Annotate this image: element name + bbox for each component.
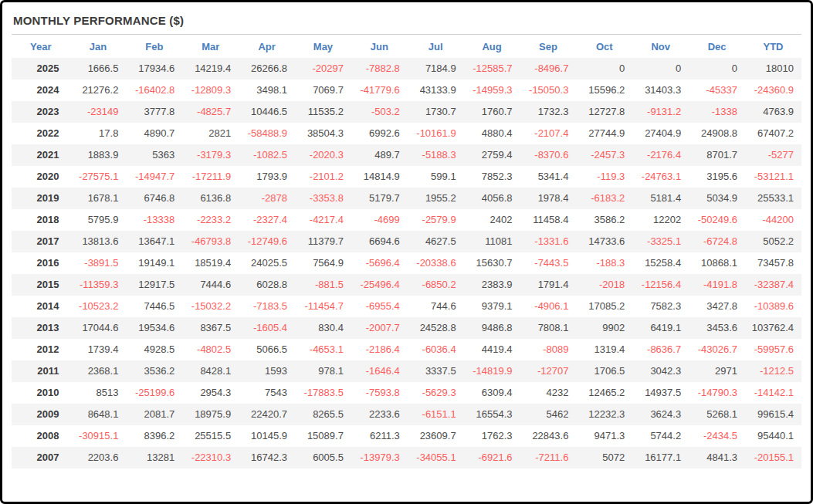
- value-cell: 8513: [70, 382, 127, 404]
- ytd-cell: -1212.5: [745, 360, 801, 382]
- value-cell: -5629.3: [408, 382, 464, 404]
- value-cell: -2327.4: [239, 209, 295, 231]
- value-cell: -12707: [520, 360, 577, 382]
- value-cell: -30915.1: [70, 425, 127, 447]
- value-cell: -14959.3: [464, 79, 520, 101]
- value-cell: -22310.3: [182, 447, 239, 468]
- value-cell: 3498.1: [239, 79, 295, 101]
- column-header-may: May: [295, 35, 351, 58]
- value-cell: -14947.7: [126, 166, 182, 188]
- column-header-mar: Mar: [182, 35, 239, 58]
- column-header-nov: Nov: [632, 35, 689, 58]
- value-cell: -3891.5: [70, 252, 127, 274]
- ytd-cell: 18010: [745, 58, 801, 79]
- value-cell: 7808.1: [520, 317, 577, 339]
- value-cell: -13338: [126, 209, 182, 231]
- value-cell: 2402: [464, 209, 520, 231]
- value-cell: 12727.8: [576, 101, 632, 123]
- value-cell: 2368.1: [70, 360, 127, 382]
- value-cell: -1338: [689, 101, 745, 123]
- year-cell: 2007: [12, 447, 70, 468]
- value-cell: 5179.7: [351, 188, 408, 209]
- year-cell: 2014: [12, 296, 70, 317]
- ytd-cell: -5277: [745, 144, 801, 166]
- ytd-cell: -20155.1: [745, 447, 801, 468]
- table-row: 2008-30915.18396.225515.510145.915089.76…: [12, 425, 801, 447]
- value-cell: 14937.5: [632, 382, 689, 404]
- value-cell: 2759.4: [464, 144, 520, 166]
- value-cell: 8428.1: [182, 360, 239, 382]
- value-cell: 12465.2: [576, 382, 632, 404]
- table-row: 20098648.12081.718975.922420.78265.52233…: [12, 404, 801, 425]
- value-cell: 3337.5: [408, 360, 464, 382]
- value-cell: 17.8: [70, 123, 127, 144]
- value-cell: 3195.6: [689, 166, 745, 188]
- value-cell: -50249.6: [689, 209, 745, 231]
- value-cell: 4928.5: [126, 339, 182, 360]
- value-cell: 12917.5: [126, 274, 182, 296]
- value-cell: 5072: [576, 447, 632, 468]
- value-cell: 3453.6: [689, 317, 745, 339]
- year-cell: 2010: [12, 382, 70, 404]
- value-cell: -1082.5: [239, 144, 295, 166]
- value-cell: 38504.3: [295, 123, 351, 144]
- value-cell: 6309.4: [464, 382, 520, 404]
- value-cell: 11458.4: [520, 209, 577, 231]
- ytd-cell: 67407.2: [745, 123, 801, 144]
- value-cell: -8370.6: [520, 144, 577, 166]
- value-cell: 3536.2: [126, 360, 182, 382]
- value-cell: -2434.5: [689, 425, 745, 447]
- value-cell: 24025.5: [239, 252, 295, 274]
- year-cell: 2009: [12, 404, 70, 425]
- value-cell: 1762.3: [464, 425, 520, 447]
- value-cell: 21276.2: [70, 79, 127, 101]
- value-cell: 7069.7: [295, 79, 351, 101]
- value-cell: -43026.7: [689, 339, 745, 360]
- value-cell: 16742.3: [239, 447, 295, 468]
- value-cell: -6850.2: [408, 274, 464, 296]
- value-cell: 0: [632, 58, 689, 79]
- value-cell: 5341.4: [520, 166, 577, 188]
- ytd-cell: 95440.1: [745, 425, 801, 447]
- value-cell: 7444.6: [182, 274, 239, 296]
- value-cell: -5188.3: [408, 144, 464, 166]
- value-cell: 7564.9: [295, 252, 351, 274]
- value-cell: 17044.6: [70, 317, 127, 339]
- value-cell: 2383.9: [464, 274, 520, 296]
- value-cell: 1955.2: [408, 188, 464, 209]
- value-cell: 15089.7: [295, 425, 351, 447]
- value-cell: 27404.9: [632, 123, 689, 144]
- value-cell: 830.4: [295, 317, 351, 339]
- table-row: 20108513-25199.62954.37543-17883.5-7593.…: [12, 382, 801, 404]
- value-cell: 3042.3: [632, 360, 689, 382]
- value-cell: 14219.4: [182, 58, 239, 79]
- value-cell: 8367.5: [182, 317, 239, 339]
- value-cell: 14814.9: [351, 166, 408, 188]
- ytd-cell: 103762.4: [745, 317, 801, 339]
- value-cell: 13813.6: [70, 231, 127, 252]
- value-cell: 9486.8: [464, 317, 520, 339]
- value-cell: -1646.4: [351, 360, 408, 382]
- value-cell: 19534.6: [126, 317, 182, 339]
- value-cell: 3624.3: [632, 404, 689, 425]
- table-row: 2015-11359.312917.57444.66028.8-881.5-25…: [12, 274, 801, 296]
- value-cell: -2020.3: [295, 144, 351, 166]
- value-cell: 8396.2: [126, 425, 182, 447]
- value-cell: -6955.4: [351, 296, 408, 317]
- value-cell: -14790.3: [689, 382, 745, 404]
- value-cell: 17085.2: [576, 296, 632, 317]
- page-title: MONTHLY PERFORMANCE ($): [12, 11, 801, 34]
- value-cell: -12809.3: [182, 79, 239, 101]
- value-cell: -1605.4: [239, 317, 295, 339]
- year-cell: 2017: [12, 231, 70, 252]
- column-header-jul: Jul: [408, 35, 464, 58]
- year-cell: 2025: [12, 58, 70, 79]
- value-cell: 11379.7: [295, 231, 351, 252]
- column-header-ytd: YTD: [745, 35, 801, 58]
- value-cell: 6136.8: [182, 188, 239, 209]
- value-cell: -45337: [689, 79, 745, 101]
- value-cell: 24528.8: [408, 317, 464, 339]
- value-cell: -2186.4: [351, 339, 408, 360]
- value-cell: -13979.3: [351, 447, 408, 468]
- value-cell: -11359.3: [70, 274, 127, 296]
